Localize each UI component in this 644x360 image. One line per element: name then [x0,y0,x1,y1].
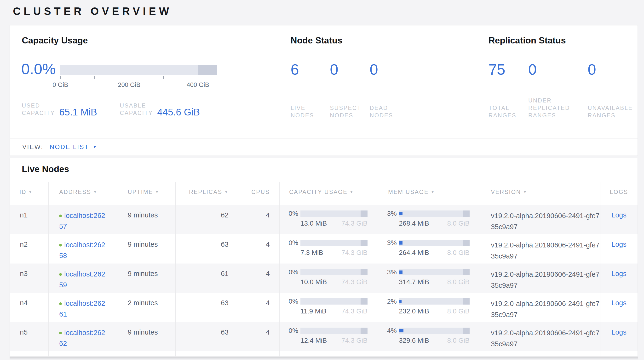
live-status-dot-icon [59,302,62,305]
node-address-link[interactable]: localhost:26258 [59,241,105,259]
logs-link[interactable]: Logs [612,211,626,219]
view-selector[interactable]: NODE LIST [50,143,89,151]
capacity-bar-endcap [360,269,368,275]
live-nodes-table: ID▼ ADDRESS▼ UPTIME▼ REPLICAS▼ CPUS CAPA… [10,182,638,357]
gauge-tick [198,76,198,79]
node-address-cell: localhost:26258 [48,234,118,264]
node-status-stats: 6 LIVE NODES 0 SUSPECT NODES 0 DEAD NODE… [290,61,410,119]
node-id-cell: n2 [10,234,48,264]
uptime-cell: 9 minutes [118,234,176,264]
chevron-down-icon[interactable]: ▼ [93,145,96,149]
unavailable-ranges-label: UNAVAILABLE RANGES [588,104,638,119]
logs-link[interactable]: Logs [612,241,626,248]
node-address-link[interactable]: localhost:26259 [59,270,105,289]
mem-bar-fill [400,241,402,245]
replicas-cell: 63 [176,322,240,351]
version-text: v19.2.0-alpha.20190606-2491-gfe735c9a97 [491,300,600,318]
gauge-tick [94,76,95,79]
unavailable-ranges-stat: 0 UNAVAILABLE RANGES [588,61,638,119]
version-cell: v19.2.0-alpha.20190606-2491-gfe735c9a97 [480,293,600,322]
capacity-max-value: 74.3 GiB [342,249,368,257]
logs-cell: Logs [600,234,638,264]
capacity-usage-cell: 0% 11.9 MiB 74.3 GiB [279,293,378,322]
column-header-capacity-usage[interactable]: CAPACITY USAGE▼ [279,182,378,205]
node-id-cell: n1 [10,205,48,234]
mem-usage-bar [399,298,470,305]
logs-cell: Logs [600,293,638,322]
capacity-used-value: 12.4 MiB [300,337,327,344]
capacity-bar-endcap [360,328,368,334]
suspect-nodes-count: 0 [330,61,370,77]
capacity-usage-title: Capacity Usage [22,36,88,46]
column-header-mem-usage[interactable]: MEM USAGE▼ [378,182,480,205]
mem-bar-fill [400,212,402,215]
capacity-usage-bar [300,269,368,275]
dead-nodes-label: DEAD NODES [370,104,403,119]
total-ranges-stat: 75 TOTAL RANGES [488,61,528,119]
mem-bar-fill [400,270,402,274]
column-header-address[interactable]: ADDRESS▼ [48,182,118,205]
logs-link[interactable]: Logs [612,299,626,307]
sort-arrow-icon: ▼ [94,190,98,194]
capacity-usage-cell: 0% 10.0 MiB 74.3 GiB [279,264,378,293]
replication-stats: 75 TOTAL RANGES 0 UNDER-REPLICATED RANGE… [488,61,638,119]
usable-capacity-value: 445.6 GiB [157,107,200,117]
mem-bar-fill [400,329,404,332]
uptime-cell: 9 minutes [118,205,176,234]
mem-usage-bar [399,211,470,217]
cpus-cell: 4 [240,234,279,264]
column-header-replicas[interactable]: REPLICAS▼ [176,182,240,205]
replicas-cell: 63 [176,293,240,322]
column-header-cpus: CPUS [240,182,279,205]
mem-usage-cell: 2% 232.0 MiB 8.0 GiB [378,293,480,322]
mem-percent-label: 3% [384,239,399,247]
live-status-dot-icon [59,273,62,276]
column-header-uptime[interactable]: UPTIME▼ [118,182,176,205]
mem-max-value: 8.0 GiB [447,307,470,315]
unavailable-ranges-count: 0 [588,61,638,77]
capacity-used-value: 11.9 MiB [300,307,326,315]
mem-percent-label: 4% [384,327,399,334]
version-cell: v19.2.0-alpha.20190606-2491-gfe735c9a97 [480,234,600,264]
replicas-cell: 63 [176,234,240,264]
logs-link[interactable]: Logs [612,270,626,277]
uptime-cell: 9 minutes [118,264,176,293]
capacity-usage-bar [300,211,368,217]
gauge-tick [60,76,60,79]
dead-nodes-count: 0 [370,61,410,77]
node-address-link[interactable]: localhost:26257 [59,212,105,230]
version-text: v19.2.0-alpha.20190606-2491-gfe735c9a97 [491,270,600,289]
node-id-cell: n4 [10,293,48,322]
sort-arrow-icon: ▼ [28,190,32,194]
cpus-cell: 4 [240,205,279,234]
logs-link[interactable]: Logs [612,328,626,336]
mem-bar-endcap [463,240,470,246]
view-label: VIEW: [22,143,43,151]
sort-arrow-icon: ▼ [523,190,527,194]
mem-usage-bar [399,269,470,275]
page-title: CLUSTER OVERVIEW [13,5,172,17]
node-address-link[interactable]: localhost:26261 [59,299,105,318]
usable-capacity-stat: USABLE CAPACITY 445.6 GiB [120,102,200,117]
sort-arrow-icon: ▼ [224,190,228,194]
capacity-usage-bar [300,328,368,334]
mem-used-value: 314.7 MiB [399,278,429,286]
capacity-gauge-bar [60,65,217,75]
mem-bar-endcap [463,211,470,217]
under-replicated-stat: 0 UNDER-REPLICATED RANGES [528,61,588,119]
cpus-cell: 4 [240,322,279,351]
table-row: n2 localhost:26258 9 minutes 63 4 0% 7.3… [10,234,638,264]
capacity-used-value: 10.0 MiB [300,278,327,286]
mem-bar-fill [400,300,402,303]
node-address-cell: localhost:26257 [48,205,118,234]
capacity-percent-label: 0% [286,298,300,305]
node-address-link[interactable]: localhost:26262 [59,329,105,347]
replicas-cell: 62 [176,205,240,234]
node-address-cell: localhost:26261 [48,293,118,322]
column-header-id[interactable]: ID▼ [10,182,48,205]
column-header-version[interactable]: VERSION▼ [480,182,600,205]
logs-cell: Logs [600,322,638,351]
mem-max-value: 8.0 GiB [447,278,470,286]
capacity-percent-label: 0% [286,210,300,218]
mem-bar-endcap [463,269,470,275]
